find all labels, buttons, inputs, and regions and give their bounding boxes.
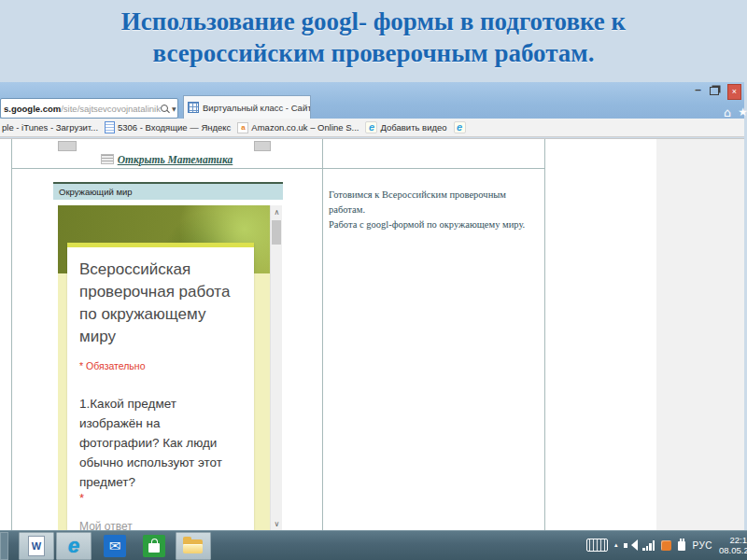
window-controls: – ×	[695, 84, 741, 100]
tab-title: Виртуальный класс - Сайт...	[203, 103, 311, 113]
site-favicon-icon	[188, 102, 199, 113]
ie-icon: e	[454, 121, 466, 133]
form-card: Всероссийская проверочная работа по окру…	[67, 243, 254, 531]
browser-tab[interactable]: Виртуальный класс - Сайт... ×	[183, 95, 311, 119]
store-bag-icon	[148, 543, 160, 553]
taskbar-store-button[interactable]	[138, 533, 170, 559]
table-border	[11, 139, 12, 531]
taskbar-word-button[interactable]: W	[19, 532, 54, 560]
slide-title: Использование googl- формы в подготовке …	[0, 6, 747, 69]
taskbar-mail-button[interactable]: ✉	[99, 533, 131, 559]
favorite-item-unnamed[interactable]: e	[454, 121, 469, 133]
table-border	[544, 139, 545, 531]
folder-icon	[183, 539, 204, 553]
favorite-item-yandex-mail[interactable]: 5306 - Входящие — Яндекс	[105, 121, 231, 133]
note-line2: Работа с googl-формой по окружающему мир…	[329, 217, 539, 232]
taskbar-explorer-button[interactable]	[176, 532, 211, 560]
system-tray: ▴ РУС 22:1 08.05.2	[586, 530, 747, 560]
page-background-gray	[656, 139, 744, 531]
favorites-star-icon[interactable]: ★	[738, 106, 747, 119]
url-text: s.google.com/site/sajtsevcovojnatalinik	[1, 104, 161, 114]
page-note: Готовимся к Всероссийским проверочным ра…	[329, 188, 539, 232]
internet-explorer-icon: e	[68, 536, 79, 556]
minimize-button[interactable]: –	[695, 84, 701, 95]
keyboard-icon[interactable]	[586, 539, 608, 552]
form-scrollbar[interactable]: ∧ ∨	[270, 205, 282, 531]
network-signal-icon[interactable]	[642, 540, 655, 551]
scroll-down-icon[interactable]: ∨	[271, 520, 282, 528]
taskbar-ie-button[interactable]: e	[56, 532, 92, 560]
address-bar[interactable]: s.google.com/site/sajtsevcovojnatalinik …	[0, 98, 178, 119]
mail-icon: ✉	[104, 535, 126, 557]
volume-icon[interactable]	[624, 539, 636, 552]
home-icon[interactable]: ⌂	[724, 106, 731, 119]
table-border	[322, 139, 323, 531]
required-asterisk: *	[79, 492, 242, 505]
search-icon[interactable]	[161, 105, 168, 112]
open-link-row: Открыть Математика	[11, 150, 322, 167]
required-note: * Обязательно	[79, 360, 242, 371]
store-icon	[143, 535, 165, 557]
close-button[interactable]: ×	[727, 84, 741, 100]
scrollbar-thumb[interactable]	[272, 220, 281, 245]
list-icon	[101, 154, 114, 164]
clock[interactable]: 22:1 08.05.2	[719, 535, 747, 555]
tray-expand-icon[interactable]: ▴	[614, 541, 618, 549]
scroll-up-icon[interactable]: ∧	[271, 208, 282, 217]
slide-title-line2: всероссийским проверочным работам.	[0, 37, 747, 69]
table-border	[11, 168, 544, 169]
tray-app-icon[interactable]	[661, 540, 671, 551]
presentation-slide: Использование googl- формы в подготовке …	[0, 0, 747, 560]
clock-date: 08.05.2	[719, 545, 747, 555]
open-math-link[interactable]: Открыть Математика	[118, 154, 233, 165]
page-viewport: Открыть Математика Окружающий мир Всерос…	[0, 138, 744, 531]
restore-button[interactable]	[710, 87, 719, 95]
language-indicator[interactable]: РУС	[692, 540, 712, 551]
power-plug-icon[interactable]	[678, 541, 685, 551]
favorite-item-amazon[interactable]: a Amazon.co.uk – Online S...	[237, 122, 359, 133]
form-question: 1.Какой предмет изображён на фотографии?…	[79, 394, 242, 492]
browser-titlebar: s.google.com/site/sajtsevcovojnatalinik …	[0, 82, 744, 119]
titlebar-right-icons: ⌂ ★	[724, 106, 747, 119]
taskbar-partial-icon[interactable]	[0, 532, 8, 560]
mail-doc-icon	[105, 121, 115, 133]
note-line1: Готовимся к Всероссийским проверочным ра…	[329, 188, 539, 217]
section-header: Окружающий мир	[53, 182, 283, 200]
chevron-down-icon[interactable]: ▼	[172, 105, 176, 112]
amazon-icon: a	[237, 122, 248, 133]
form-title: Всероссийская проверочная работа по окру…	[79, 259, 242, 348]
browser-window: s.google.com/site/sajtsevcovojnatalinik …	[0, 82, 744, 530]
favorites-bar: ple - iTunes - Загрузит... 5306 - Входящ…	[0, 119, 744, 137]
favorite-item-add-video[interactable]: e Добавить видео	[365, 121, 446, 133]
favorite-item-itunes[interactable]: ple - iTunes - Загрузит...	[2, 122, 98, 133]
clock-time: 22:1	[730, 535, 747, 545]
word-icon: W	[28, 536, 45, 556]
slide-title-line1: Использование googl- формы в подготовке …	[0, 6, 747, 37]
ie-icon: e	[365, 121, 377, 133]
google-form-embed: Всероссийская проверочная работа по окру…	[58, 205, 282, 531]
